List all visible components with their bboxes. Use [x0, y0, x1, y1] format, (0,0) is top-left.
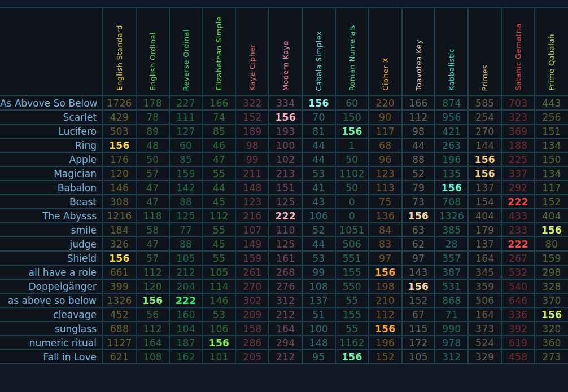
value-cell[interactable]: 404	[468, 209, 501, 223]
value-cell[interactable]: 56	[136, 307, 169, 321]
value-cell[interactable]: 101	[203, 350, 236, 364]
value-cell[interactable]: 162	[169, 350, 203, 364]
value-cell[interactable]: 337	[501, 166, 535, 180]
value-cell[interactable]: 117	[535, 180, 568, 195]
value-cell[interactable]: 95	[302, 350, 335, 364]
value-cell[interactable]: 112	[136, 321, 169, 336]
value-cell[interactable]: 149	[235, 237, 269, 251]
value-cell[interactable]: 550	[335, 279, 369, 293]
value-cell[interactable]: 117	[369, 124, 402, 138]
value-cell-highlight[interactable]: 156	[468, 166, 501, 180]
value-cell-highlight[interactable]: 156	[103, 138, 136, 152]
value-cell[interactable]: 90	[369, 110, 402, 124]
value-cell[interactable]: 329	[468, 350, 501, 364]
value-cell[interactable]: 112	[369, 307, 402, 321]
value-cell[interactable]: 125	[169, 209, 203, 223]
value-cell[interactable]: 551	[335, 251, 369, 265]
value-cell[interactable]: 152	[369, 350, 402, 364]
value-cell[interactable]: 113	[369, 180, 402, 195]
value-cell[interactable]: 210	[369, 293, 402, 307]
row-label-babalon[interactable]: Babalon	[0, 180, 103, 195]
value-cell[interactable]: 152	[235, 110, 269, 124]
value-cell[interactable]: 79	[402, 180, 435, 195]
row-label-beast[interactable]: Beast	[0, 195, 103, 209]
value-cell[interactable]: 50	[335, 180, 369, 195]
value-cell-highlight[interactable]: 156	[535, 307, 568, 321]
value-cell[interactable]: 433	[501, 209, 535, 223]
value-cell-highlight[interactable]: 156	[535, 223, 568, 237]
row-label-cleavage[interactable]: cleavage	[0, 307, 103, 321]
value-cell-highlight[interactable]: 222	[169, 293, 203, 307]
value-cell[interactable]: 322	[235, 96, 269, 110]
value-cell[interactable]: 176	[103, 152, 136, 166]
value-cell[interactable]: 159	[235, 251, 269, 265]
value-cell[interactable]: 158	[235, 321, 269, 336]
row-label-lucifero[interactable]: Lucifero	[0, 124, 103, 138]
value-cell-highlight[interactable]: 156	[103, 251, 136, 265]
value-cell[interactable]: 51	[302, 307, 335, 321]
value-cell[interactable]: 619	[501, 336, 535, 350]
value-cell[interactable]: 50	[136, 152, 169, 166]
value-cell[interactable]: 370	[535, 293, 568, 307]
value-cell[interactable]: 115	[402, 321, 435, 336]
value-cell[interactable]: 89	[136, 124, 169, 138]
value-cell-highlight[interactable]: 156	[335, 124, 369, 138]
value-cell[interactable]: 154	[468, 195, 501, 209]
value-cell[interactable]: 261	[235, 265, 269, 279]
value-cell[interactable]: 135	[435, 166, 468, 180]
value-cell[interactable]: 105	[203, 265, 236, 279]
value-cell[interactable]: 67	[402, 307, 435, 321]
value-cell-highlight[interactable]: 156	[203, 336, 236, 350]
value-cell[interactable]: 60	[169, 138, 203, 152]
value-cell[interactable]: 148	[235, 180, 269, 195]
row-label-judge[interactable]: judge	[0, 237, 103, 251]
value-cell[interactable]: 108	[302, 279, 335, 293]
value-cell[interactable]: 164	[269, 321, 302, 336]
value-cell[interactable]: 44	[302, 138, 335, 152]
value-cell[interactable]: 120	[136, 279, 169, 293]
value-cell[interactable]: 452	[103, 307, 136, 321]
value-cell[interactable]: 57	[136, 251, 169, 265]
value-cell[interactable]: 97	[402, 251, 435, 265]
value-cell[interactable]: 60	[335, 96, 369, 110]
value-cell[interactable]: 44	[203, 180, 236, 195]
value-cell[interactable]: 134	[535, 138, 568, 152]
value-cell[interactable]: 308	[103, 195, 136, 209]
value-cell-highlight[interactable]: 156	[302, 96, 335, 110]
value-cell[interactable]: 55	[335, 293, 369, 307]
value-cell[interactable]: 99	[302, 265, 335, 279]
value-cell[interactable]: 53	[302, 251, 335, 265]
value-cell[interactable]: 399	[103, 279, 136, 293]
row-label-sunglass[interactable]: sunglass	[0, 321, 103, 336]
value-cell[interactable]: 44	[302, 152, 335, 166]
value-cell-highlight[interactable]: 156	[269, 110, 302, 124]
value-cell[interactable]: 312	[269, 293, 302, 307]
value-cell[interactable]: 357	[435, 251, 468, 265]
value-cell[interactable]: 688	[103, 321, 136, 336]
value-cell[interactable]: 178	[136, 96, 169, 110]
value-cell[interactable]: 385	[435, 223, 468, 237]
value-cell[interactable]: 136	[369, 209, 402, 223]
value-cell[interactable]: 196	[369, 336, 402, 350]
row-label-all-have-a-role[interactable]: all have a role	[0, 265, 103, 279]
value-cell[interactable]: 134	[535, 166, 568, 180]
value-cell[interactable]: 212	[269, 307, 302, 321]
value-cell[interactable]: 166	[402, 96, 435, 110]
value-cell[interactable]: 106	[302, 209, 335, 223]
value-cell[interactable]: 44	[302, 237, 335, 251]
value-cell[interactable]: 443	[535, 96, 568, 110]
value-cell[interactable]: 160	[169, 307, 203, 321]
value-cell[interactable]: 359	[468, 279, 501, 293]
value-cell[interactable]: 298	[535, 265, 568, 279]
row-label-as-abvove-so-below[interactable]: As Abvove So Below	[0, 96, 103, 110]
value-cell[interactable]: 99	[235, 152, 269, 166]
value-cell[interactable]: 127	[169, 124, 203, 138]
value-cell-highlight[interactable]: 156	[435, 180, 468, 195]
value-cell[interactable]: 55	[203, 223, 236, 237]
value-cell[interactable]: 320	[535, 321, 568, 336]
value-cell[interactable]: 212	[169, 265, 203, 279]
row-label-shield[interactable]: Shield	[0, 251, 103, 265]
value-cell[interactable]: 146	[103, 180, 136, 195]
value-cell[interactable]: 187	[169, 336, 203, 350]
value-cell[interactable]: 98	[402, 124, 435, 138]
